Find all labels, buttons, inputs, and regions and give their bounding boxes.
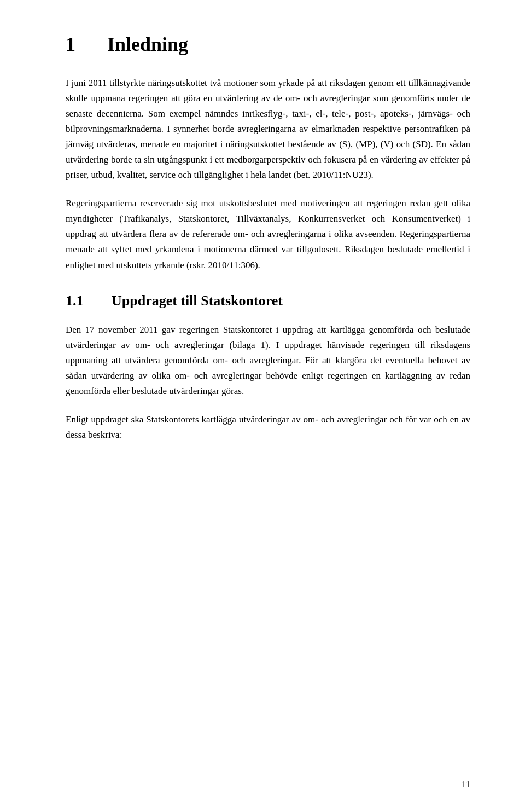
- section-number: 1.1: [66, 293, 98, 309]
- chapter-title: 1 Inledning: [66, 33, 470, 56]
- paragraph-1: I juni 2011 tillstyrkte näringsutskottet…: [66, 76, 470, 183]
- chapter-heading: Inledning: [107, 33, 188, 56]
- page: 1 Inledning I juni 2011 tillstyrkte näri…: [0, 0, 525, 812]
- section-heading: Uppdraget till Statskontoret: [112, 293, 283, 309]
- page-number: 11: [462, 779, 470, 790]
- section-paragraph-2: Enligt uppdraget ska Statskontorets kart…: [66, 412, 470, 443]
- chapter-number: 1: [66, 33, 88, 56]
- paragraph-2: Regeringspartierna reserverade sig mot u…: [66, 196, 470, 272]
- section-paragraph-1: Den 17 november 2011 gav regeringen Stat…: [66, 322, 470, 399]
- section-title: 1.1 Uppdraget till Statskontoret: [66, 293, 470, 309]
